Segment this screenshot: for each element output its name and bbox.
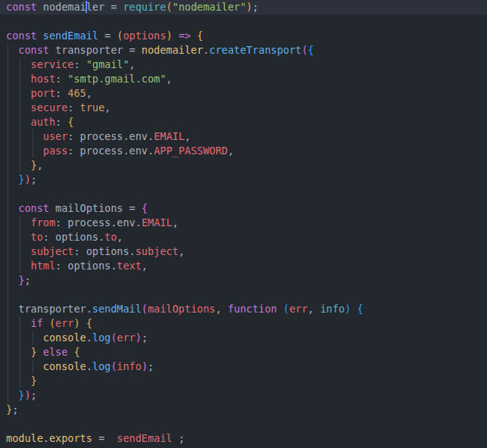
code-token: 465 [67,87,86,99]
code-line[interactable]: html: options.text, [0,259,487,273]
code-token: ; [252,1,258,13]
code-token: } [31,159,37,171]
code-token [173,30,179,42]
code-token: : [43,231,55,243]
code-token [6,73,31,85]
code-token: info [320,303,345,315]
code-token: text [117,260,142,272]
code-token: user [43,130,68,142]
code-token: ) [142,360,148,372]
code-token: env [117,216,135,229]
code-token: process [80,145,123,157]
code-token [80,317,86,329]
code-token: options [67,260,111,272]
code-line[interactable]: }); [0,388,487,403]
code-token: ) [166,30,172,42]
code-line[interactable]: auth: { [0,115,487,129]
code-line[interactable]: const mailOptions = { [0,201,487,216]
indent-guide [8,72,8,86]
indent-guide [20,115,20,129]
code-line[interactable]: user: process.env.EMAIL, [0,129,487,144]
code-line[interactable] [0,14,487,29]
code-token: : [55,87,67,99]
code-token: ( [49,317,55,329]
code-token [6,245,31,257]
code-line[interactable]: from: process.env.EMAIL, [0,216,487,230]
indent-guide [20,129,20,144]
code-token: , [37,159,43,171]
code-line[interactable] [0,417,487,431]
code-line[interactable]: }; [0,273,487,288]
code-token: = [98,30,117,42]
indent-guide [8,331,8,345]
code-token: . [86,360,92,372]
code-token: exports [49,432,92,444]
code-token: else [43,346,68,358]
code-line[interactable]: if (err) { [0,316,487,331]
code-token: : [73,58,86,70]
code-token: { [307,44,314,56]
code-token: : [55,260,67,272]
code-editor[interactable]: const nodemailer = require("nodemailer")… [0,0,487,448]
code-token [6,101,31,114]
code-token: , [307,303,320,315]
code-token: { [357,303,363,315]
code-line[interactable]: transporter.sendMail(mailOptions, functi… [0,302,487,316]
code-line[interactable]: to: options.to, [0,230,487,244]
code-token: , [105,101,111,114]
code-line[interactable]: pass: process.env.APP_PASSWORD, [0,144,487,158]
code-token: . [148,145,154,157]
code-token [6,145,43,157]
code-token: options [123,30,166,42]
code-token: ) [24,389,30,401]
code-token: ) [246,1,252,13]
indent-guide [20,345,20,359]
code-line[interactable]: subject: options.subject, [0,244,487,259]
code-token: : [67,101,80,114]
code-line[interactable] [0,288,487,302]
indent-guide [8,388,8,403]
indent-guide [8,101,8,115]
code-line[interactable]: secure: true, [0,101,487,115]
code-token [43,317,49,329]
code-line[interactable]: console.log(err); [0,331,487,345]
code-token: env [130,130,148,142]
indent-guide [8,259,8,273]
code-token: } [31,346,37,358]
code-token: , [228,145,234,157]
code-token: { [73,346,80,358]
code-token: ; [12,403,18,415]
code-token [277,303,283,315]
code-token: log [92,360,111,372]
code-line[interactable]: }); [0,173,487,187]
code-token: , [185,130,191,142]
code-line[interactable]: } else { [0,345,487,359]
code-token [6,116,31,128]
code-token: . [136,216,142,229]
code-token: . [123,130,129,142]
code-token: require [123,1,166,13]
indent-guide [20,230,20,244]
code-token: : [67,130,80,142]
code-line[interactable]: } [0,374,487,388]
code-line[interactable]: }, [0,158,487,173]
code-token: createTransport [209,44,301,56]
indent-guide [33,359,33,374]
code-token [6,87,31,99]
code-line[interactable]: const sendEmail = (options) => { [0,29,487,43]
code-line[interactable]: port: 465, [0,86,487,101]
code-line[interactable]: module.exports = sendEmail ; [0,431,487,446]
code-token: transporter [6,303,86,315]
code-line[interactable]: console.log(info); [0,359,487,374]
code-token: . [148,130,154,142]
code-token: err [117,331,135,344]
code-token: => [179,30,191,42]
code-line[interactable]: const transporter = nodemailer.createTra… [0,43,487,58]
code-token: true [80,101,105,114]
code-line[interactable]: service: "gmail", [0,58,487,72]
code-line[interactable]: const nodemailer = require("nodemailer")… [0,0,487,14]
code-line[interactable] [0,187,487,201]
code-line[interactable]: host: "smtp.gmail.com", [0,72,487,86]
code-line[interactable]: }; [0,403,487,417]
indent-guide [20,259,20,273]
